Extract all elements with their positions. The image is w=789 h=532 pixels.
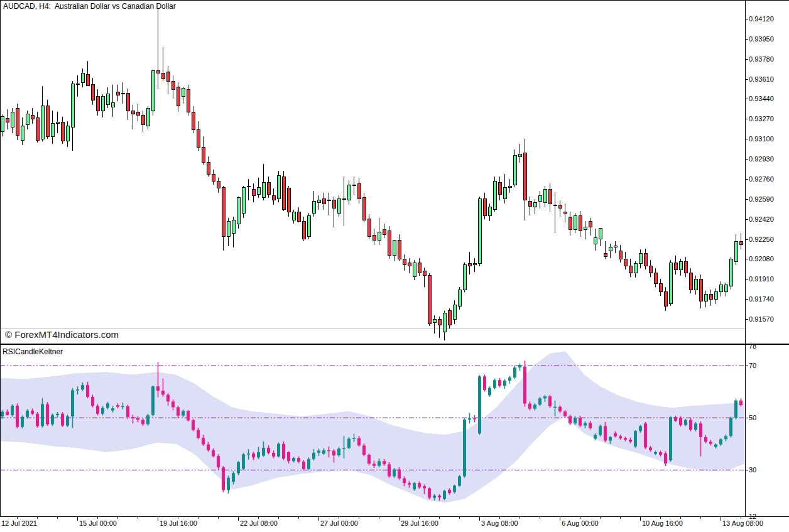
rsi-candle-body: [327, 450, 330, 452]
price-tick: [745, 139, 748, 139]
rsi-candle-body: [292, 458, 295, 461]
keltner-channel-band: [0, 351, 745, 503]
rsi-candle-body: [734, 401, 737, 418]
price-tick: [745, 299, 748, 300]
rsi-candle-body: [101, 408, 104, 414]
rsi-candle-body: [438, 496, 441, 497]
rsi-candle-body: [624, 438, 627, 440]
price-axis-border: [745, 0, 746, 516]
price-axis-label: 0.92420: [749, 215, 774, 223]
rsi-candle-body: [347, 438, 351, 448]
time-minor-tick: [278, 517, 279, 519]
rsi-candle-body: [478, 376, 481, 433]
price-axis-label: 0.93270: [749, 115, 774, 122]
indicator-tick: [745, 366, 748, 366]
time-axis-label: 3 Aug 08:00: [481, 519, 518, 527]
rsi-keltner-indicator-canvas[interactable]: [0, 0, 789, 532]
time-minor-tick: [198, 517, 199, 519]
rsi-candle-body: [126, 406, 129, 417]
rsi-candle-body: [237, 462, 240, 473]
rsi-candle-body: [584, 423, 587, 425]
rsi-candle-body: [192, 420, 195, 430]
rsi-candle-body: [378, 461, 381, 465]
price-axis-label: 0.92760: [749, 175, 774, 183]
rsi-candle-body: [26, 411, 29, 417]
rsi-candle-body: [503, 381, 506, 386]
rsi-candle-body: [563, 411, 567, 416]
rsi-candle-body: [579, 418, 582, 425]
rsi-candle-body: [171, 401, 175, 407]
rsi-candle-body: [141, 420, 144, 424]
time-minor-tick: [439, 517, 440, 519]
rsi-candle-body: [483, 376, 486, 390]
rsi-candle-body: [307, 459, 310, 469]
time-minor-tick: [57, 517, 58, 519]
rsi-candle-body: [91, 397, 94, 406]
rsi-candle-body: [458, 476, 461, 486]
time-axis-label: 19 Jul 16:00: [160, 519, 197, 527]
rsi-candle-body: [197, 430, 200, 438]
rsi-candle-body: [553, 407, 557, 408]
price-axis-label: 0.91740: [749, 295, 774, 303]
time-major-tick: [158, 517, 158, 521]
time-minor-tick: [339, 517, 339, 519]
rsi-candle-body: [704, 437, 707, 442]
rsi-candle-body: [71, 390, 74, 416]
rsi-candle-body: [41, 404, 44, 426]
rsi-candle-body: [393, 469, 396, 476]
indicator-axis-label: 78: [749, 342, 756, 350]
rsi-candle-body: [453, 486, 456, 492]
rsi-candle-body: [654, 452, 657, 453]
rsi-candle-body: [207, 445, 210, 450]
rsi-candle-body: [538, 398, 541, 404]
price-tick: [745, 119, 748, 119]
rsi-candle-body: [558, 407, 562, 411]
rsi-candle-body: [589, 423, 592, 428]
rsi-candle-body: [508, 377, 511, 381]
rsi-candle-body: [151, 386, 155, 415]
rsi-candle-body: [543, 396, 547, 398]
price-axis-label: 0.92930: [749, 155, 774, 163]
rsi-candle-body: [362, 445, 366, 455]
time-minor-tick: [620, 517, 621, 519]
rsi-candle-body: [332, 451, 335, 455]
indicator-name-label[interactable]: RSICandleKeltner: [3, 347, 63, 356]
watermark-text: © ForexMT4Indicators.com: [5, 329, 119, 340]
rsi-candle-body: [56, 414, 59, 415]
rsi-candle-body: [1, 411, 4, 416]
rsi-candle-body: [473, 418, 476, 420]
rsi-candle-body: [569, 416, 572, 424]
indicator-axis-label: 70: [749, 362, 756, 369]
rsi-candle-body: [413, 483, 416, 489]
price-tick: [745, 59, 748, 60]
rsi-candle-body: [488, 388, 491, 396]
price-axis-label: 0.91910: [749, 275, 774, 283]
rsi-candle-body: [222, 467, 225, 490]
price-axis-label: 0.93780: [749, 55, 774, 63]
time-minor-tick: [540, 517, 540, 519]
price-axis-label: 0.93610: [749, 75, 774, 83]
price-tick: [745, 279, 748, 280]
time-minor-tick: [459, 517, 460, 519]
rsi-candle-body: [202, 438, 205, 444]
rsi-candle-body: [679, 418, 682, 425]
rsi-candle-body: [724, 436, 727, 439]
rsi-candle-body: [6, 411, 9, 415]
rsi-candle-body: [468, 418, 471, 420]
rsi-candle-body: [609, 437, 612, 441]
rsi-candle-body: [619, 437, 622, 438]
rsi-candle-body: [247, 453, 250, 455]
rsi-candle-body: [106, 403, 109, 408]
rsi-candle-body: [282, 444, 285, 459]
rsi-candle-body: [166, 394, 170, 401]
rsi-candle-body: [443, 491, 446, 499]
rsi-candle-body: [714, 445, 717, 447]
time-major-tick: [479, 517, 480, 521]
time-minor-tick: [178, 517, 178, 519]
rsi-candle-body: [217, 456, 220, 467]
rsi-candle-body: [739, 401, 743, 405]
rsi-candle-body: [136, 418, 139, 420]
panel-separator[interactable]: [0, 344, 789, 345]
rsi-candle-body: [242, 454, 245, 469]
time-axis-border: [0, 516, 789, 517]
